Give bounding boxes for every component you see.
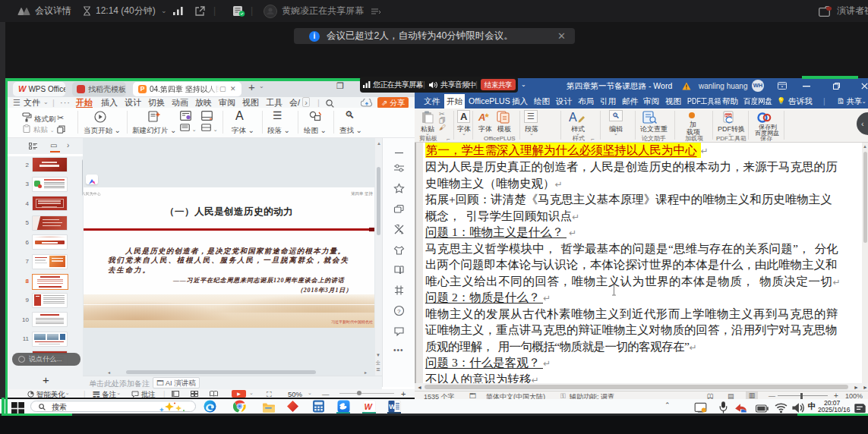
svg-text:?: ? bbox=[397, 308, 401, 315]
svg-text:A: A bbox=[569, 111, 577, 124]
svg-text:W: W bbox=[389, 403, 396, 410]
svg-text:A: A bbox=[478, 112, 485, 123]
svg-text:W: W bbox=[365, 402, 374, 411]
